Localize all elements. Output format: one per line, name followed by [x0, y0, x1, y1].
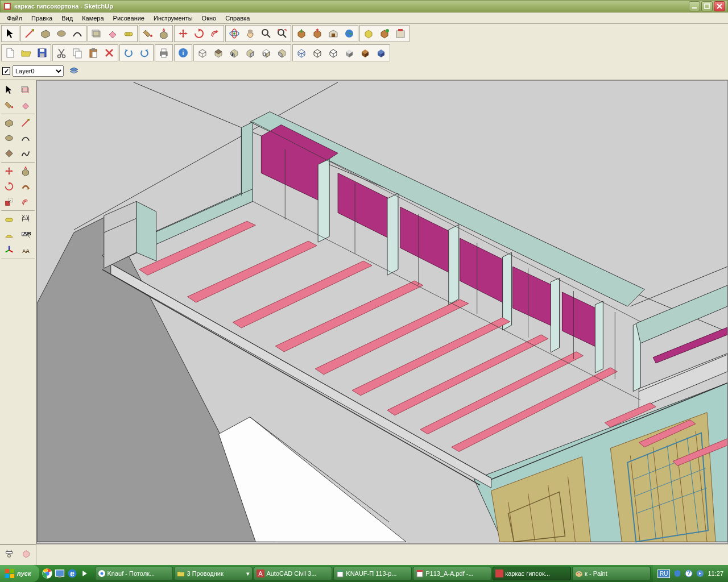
get-photo-texture-tool[interactable]	[361, 26, 377, 41]
eraser-tool[interactable]	[105, 26, 121, 41]
right-view-tool[interactable]	[242, 45, 258, 60]
task-paint[interactable]: к - Paint	[572, 567, 651, 580]
iso-view-tool[interactable]	[195, 45, 210, 60]
start-button[interactable]: пуск	[0, 565, 39, 582]
make-component-tool[interactable]	[89, 26, 105, 41]
move-tool[interactable]	[175, 26, 191, 41]
minimize-button[interactable]	[689, 1, 700, 11]
side-make-component-tool[interactable]	[18, 82, 34, 97]
side-text-tool[interactable]: ABC	[18, 227, 34, 242]
share-model-tool[interactable]	[309, 26, 325, 41]
side-protractor-tool[interactable]	[1, 227, 17, 242]
task-knauf-doc[interactable]: KNAUF-П 113-р...	[333, 567, 412, 580]
delete-tool[interactable]	[101, 45, 117, 60]
layer-visibility-checkbox[interactable]: ✓	[2, 67, 10, 75]
task-explorer[interactable]: 3 Проводник▾	[174, 567, 253, 580]
tray-shield-icon[interactable]	[673, 569, 681, 577]
maximize-button[interactable]	[701, 1, 713, 11]
ql-desktop-icon[interactable]	[54, 568, 65, 579]
tape-measure-tool[interactable]	[121, 26, 136, 41]
task-autocad[interactable]: AAutoCAD Civil 3...	[254, 567, 332, 580]
copy-tool[interactable]	[69, 45, 85, 60]
close-button[interactable]	[714, 1, 725, 11]
zoom-extents-tool[interactable]	[274, 26, 290, 41]
zoom-tool[interactable]	[258, 26, 274, 41]
redo-tool[interactable]	[136, 45, 152, 60]
left-view-tool[interactable]	[274, 45, 290, 60]
side-arc-tool[interactable]	[18, 131, 34, 146]
task-pdf[interactable]: P113_A-A.pdf -...	[413, 567, 491, 580]
side-move-tool[interactable]	[1, 164, 17, 178]
side-polygon-tool[interactable]	[1, 146, 17, 161]
menu-tools[interactable]: Инструменты	[149, 14, 197, 23]
google-earth-tool[interactable]	[341, 26, 357, 41]
top-view-tool[interactable]	[210, 45, 226, 60]
arc-tool[interactable]	[69, 26, 85, 41]
side-3dtext-tool[interactable]: AA	[18, 243, 34, 257]
circle-tool[interactable]	[53, 26, 69, 41]
new-file-tool[interactable]	[2, 45, 18, 60]
side-scale-tool[interactable]	[1, 194, 17, 209]
rotate-tool[interactable]	[191, 26, 207, 41]
task-sketchup[interactable]: каркас гипсок...	[493, 567, 571, 580]
side-offset-tool[interactable]	[18, 194, 34, 209]
section-display-tool[interactable]	[18, 546, 34, 561]
side-tape-measure-tool[interactable]	[1, 212, 17, 227]
side-paint-bucket-tool[interactable]	[1, 98, 17, 113]
orbit-tool[interactable]	[226, 26, 242, 41]
menu-window[interactable]: Окно	[197, 14, 221, 23]
side-eraser-tool[interactable]	[18, 98, 34, 113]
ql-ie-icon[interactable]: e	[67, 568, 78, 579]
language-indicator[interactable]: RU	[657, 569, 670, 578]
monochrome-style-tool[interactable]	[373, 45, 389, 60]
save-file-tool[interactable]	[34, 45, 50, 60]
viewport[interactable]	[36, 80, 728, 544]
layer-manager-button[interactable]	[66, 64, 82, 78]
open-file-tool[interactable]	[18, 45, 34, 60]
side-rotate-tool[interactable]	[1, 179, 17, 194]
section-plane-tool[interactable]	[1, 546, 17, 561]
menu-camera[interactable]: Камера	[77, 14, 108, 23]
side-follow-me-tool[interactable]	[18, 179, 34, 194]
menu-file[interactable]: Файл	[2, 14, 27, 23]
line-tool[interactable]	[22, 26, 38, 41]
push-pull-tool[interactable]	[156, 26, 172, 41]
paint-bucket-tool[interactable]	[140, 26, 156, 41]
pan-tool[interactable]	[242, 26, 258, 41]
menu-draw[interactable]: Рисование	[109, 14, 149, 23]
side-dimension-tool[interactable]: x,y	[18, 212, 34, 227]
undo-tool[interactable]	[121, 45, 136, 60]
model-info-tool[interactable]: i	[175, 45, 191, 60]
xray-style-tool[interactable]	[293, 45, 309, 60]
select-tool[interactable]	[2, 26, 18, 41]
offset-tool[interactable]	[207, 26, 223, 41]
ql-chrome-icon[interactable]	[42, 568, 53, 579]
menu-help[interactable]: Справка	[221, 14, 254, 23]
back-view-tool[interactable]	[258, 45, 274, 60]
side-select-tool[interactable]	[1, 82, 17, 97]
side-circle-tool[interactable]	[1, 131, 17, 146]
wireframe-style-tool[interactable]	[309, 45, 325, 60]
cut-tool[interactable]	[53, 45, 69, 60]
tray-expand-icon[interactable]	[696, 569, 704, 577]
task-knauf[interactable]: Knauf - Потолк...	[95, 567, 173, 580]
side-push-pull-tool[interactable]	[18, 164, 34, 178]
print-tool[interactable]	[156, 45, 172, 60]
shaded-style-tool[interactable]	[341, 45, 357, 60]
side-freehand-tool[interactable]	[18, 146, 34, 161]
rectangle-tool[interactable]	[38, 26, 53, 41]
tray-help-icon[interactable]: ?	[685, 569, 693, 577]
get-models-tool[interactable]	[293, 26, 309, 41]
paste-tool[interactable]	[85, 45, 101, 60]
layer-select[interactable]: Layer0	[13, 65, 64, 77]
menu-edit[interactable]: Правка	[27, 14, 57, 23]
ql-expand-icon[interactable]	[79, 568, 90, 579]
shaded-textures-style-tool[interactable]	[357, 45, 373, 60]
upload-component-tool[interactable]	[377, 26, 392, 41]
front-view-tool[interactable]	[226, 45, 242, 60]
side-line-tool[interactable]	[18, 115, 34, 130]
menu-view[interactable]: Вид	[57, 14, 77, 23]
hidden-line-style-tool[interactable]	[325, 45, 341, 60]
side-axes-tool[interactable]	[1, 243, 17, 257]
extension-warehouse-tool[interactable]	[392, 26, 408, 41]
